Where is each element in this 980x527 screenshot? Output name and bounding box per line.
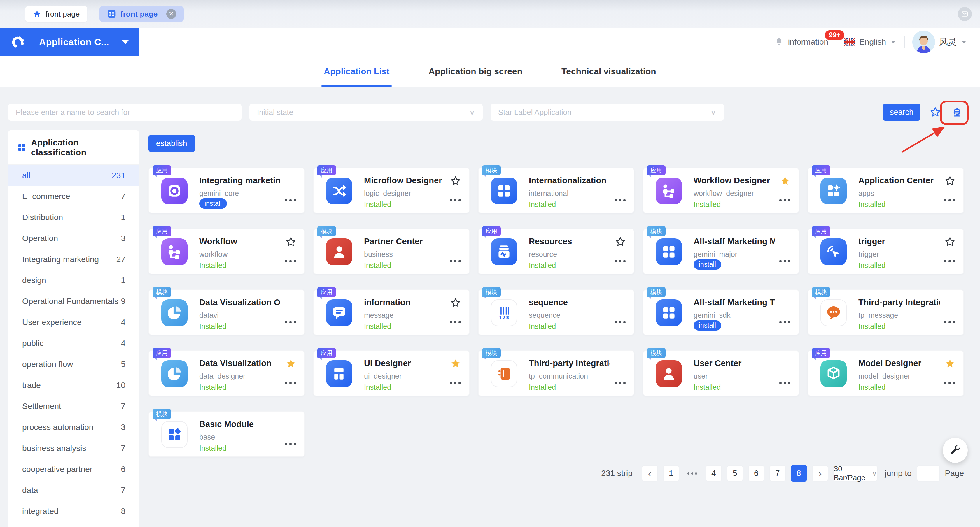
clear-filters-brush-icon[interactable] (950, 106, 964, 119)
sidebar-item-design[interactable]: design1 (8, 270, 139, 291)
page-button-5[interactable]: 5 (727, 465, 743, 481)
more-actions-icon[interactable] (614, 321, 625, 323)
star-filter-icon[interactable] (929, 106, 942, 119)
more-pages-icon[interactable] (684, 473, 701, 475)
app-card[interactable]: 模块Data Visualization Opera...dataviInsta… (148, 289, 305, 335)
page-button-6[interactable]: 6 (748, 465, 764, 481)
app-card[interactable]: 应用Integrating marketinggemini_coreinstal… (148, 168, 305, 213)
app-card[interactable]: 应用Workflow Designerworkflow_designerInst… (643, 168, 799, 213)
star-filled-icon[interactable] (285, 358, 297, 370)
sidebar-item-operational-fundamentals[interactable]: Operational Fundamentals9 (8, 291, 139, 312)
more-actions-icon[interactable] (944, 321, 955, 323)
close-icon[interactable]: ✕ (166, 9, 176, 19)
app-card[interactable]: 模块User CenteruserInstalled (643, 350, 799, 396)
sidebar-item-user-experience[interactable]: User experience4 (8, 312, 139, 333)
app-card[interactable]: 应用Microflow Designerlogic_designerInstal… (313, 168, 469, 213)
sidebar-item-integrating-marketing[interactable]: Integrating marketing27 (8, 249, 139, 270)
sidebar-item-business-analysis[interactable]: business analysis7 (8, 438, 139, 459)
app-switcher[interactable]: Application C... (0, 28, 138, 56)
sidebar-item-settlement[interactable]: Settlement7 (8, 396, 139, 417)
more-actions-icon[interactable] (285, 382, 296, 384)
app-card[interactable]: 模块Basic ModulebaseInstalled (148, 411, 305, 457)
sidebar-item-internationalization[interactable]: Internationalization1 (8, 522, 139, 527)
more-actions-icon[interactable] (450, 260, 461, 262)
sidebar-item-process-automation[interactable]: process automation3 (8, 417, 139, 438)
more-actions-icon[interactable] (614, 199, 625, 202)
sidebar-item-e–commerce[interactable]: E–commerce7 (8, 186, 139, 207)
more-actions-icon[interactable] (285, 260, 296, 262)
app-card[interactable]: 应用ResourcesresourceInstalled (478, 229, 635, 274)
star-outline-icon[interactable] (450, 175, 461, 187)
app-card[interactable]: 模块Partner CenterbusinessInstalled (313, 229, 469, 274)
sidebar-item-data[interactable]: data7 (8, 480, 139, 501)
install-badge[interactable]: install (199, 198, 227, 209)
more-actions-icon[interactable] (614, 382, 625, 384)
app-card[interactable]: 应用Application CenterappsInstalled (808, 168, 964, 213)
more-actions-icon[interactable] (450, 321, 461, 323)
user-menu[interactable]: 风灵 (912, 30, 967, 53)
more-actions-icon[interactable] (780, 382, 791, 384)
notification-toggle-icon[interactable] (958, 7, 972, 21)
app-card[interactable]: 模块Third-party Integration –...tp_message… (808, 289, 964, 335)
page-button-4[interactable]: 4 (706, 465, 722, 481)
star-outline-icon[interactable] (285, 236, 297, 248)
tab-front-page-home[interactable]: front page (25, 6, 87, 22)
more-actions-icon[interactable] (285, 443, 296, 445)
search-button[interactable]: search (883, 104, 921, 121)
star-filled-icon[interactable] (944, 358, 956, 370)
notifications-button[interactable]: information 99+ (774, 37, 829, 47)
page-button-8[interactable]: 8 (791, 465, 807, 481)
app-card[interactable]: 模块InternationalizationinternationalInsta… (478, 168, 635, 213)
page-button-7[interactable]: 7 (769, 465, 786, 481)
more-actions-icon[interactable] (614, 260, 625, 262)
tab-application-list[interactable]: Application List (321, 56, 392, 87)
star-outline-icon[interactable] (614, 236, 626, 248)
app-card[interactable]: 应用triggertriggerInstalled (808, 229, 964, 274)
name-search-input[interactable] (8, 104, 242, 121)
star-label-select[interactable]: Star Label Application ∨ (491, 104, 724, 121)
more-actions-icon[interactable] (944, 260, 955, 262)
sidebar-item-operation[interactable]: Operation3 (8, 228, 139, 249)
star-filled-icon[interactable] (780, 175, 791, 187)
install-badge[interactable]: install (694, 259, 721, 270)
more-actions-icon[interactable] (780, 199, 791, 202)
sidebar-item-distribution[interactable]: Distribution1 (8, 207, 139, 228)
language-selector[interactable]: English (844, 37, 897, 47)
install-badge[interactable]: install (694, 320, 721, 330)
sidebar-item-all[interactable]: all231 (8, 165, 139, 186)
more-actions-icon[interactable] (285, 321, 296, 323)
star-outline-icon[interactable] (450, 297, 461, 309)
more-actions-icon[interactable] (450, 382, 461, 384)
more-actions-icon[interactable] (944, 382, 955, 384)
app-card[interactable]: 应用Data Visualizationdata_designerInstall… (148, 350, 305, 396)
establish-button[interactable]: establish (148, 135, 195, 152)
tab-front-page-active[interactable]: front page ✕ (99, 6, 184, 22)
settings-wrench-fab[interactable] (943, 438, 968, 463)
app-card[interactable]: 模块All-staff Marketing Third...gemini_sdk… (643, 289, 799, 335)
star-outline-icon[interactable] (944, 236, 956, 248)
more-actions-icon[interactable] (780, 321, 791, 323)
next-page-button[interactable]: › (812, 465, 828, 481)
more-actions-icon[interactable] (285, 199, 296, 202)
more-actions-icon[interactable] (780, 260, 791, 262)
app-card[interactable]: 应用WorkflowworkflowInstalled (148, 229, 305, 274)
jump-to-input[interactable] (917, 465, 940, 481)
app-card[interactable]: 模块All-staff Marketing Mast...gemini_majo… (643, 229, 799, 274)
sidebar-item-public[interactable]: public4 (8, 333, 139, 354)
app-card[interactable]: 应用informationmessageInstalled (313, 289, 469, 335)
more-actions-icon[interactable] (944, 199, 955, 202)
app-card[interactable]: 应用Model Designermodel_designerInstalled (808, 350, 964, 396)
tab-technical-visualization[interactable]: Technical visualization (559, 56, 659, 87)
app-card[interactable]: 模块Third-party Integration –...tp_communi… (478, 350, 635, 396)
star-filled-icon[interactable] (450, 358, 461, 370)
initial-state-select[interactable]: Initial state ∨ (250, 104, 483, 121)
prev-page-button[interactable]: ‹ (642, 465, 658, 481)
star-outline-icon[interactable] (944, 175, 956, 187)
page-size-select[interactable]: 30 Bar/Page ∨ (833, 465, 878, 481)
tab-application-big-screen[interactable]: Application big screen (426, 56, 525, 87)
page-button-1[interactable]: 1 (663, 465, 679, 481)
app-card[interactable]: 应用UI Designerui_designerInstalled (313, 350, 469, 396)
sidebar-item-operation-flow[interactable]: operation flow5 (8, 354, 139, 375)
sidebar-item-integrated[interactable]: integrated8 (8, 501, 139, 522)
more-actions-icon[interactable] (450, 199, 461, 202)
